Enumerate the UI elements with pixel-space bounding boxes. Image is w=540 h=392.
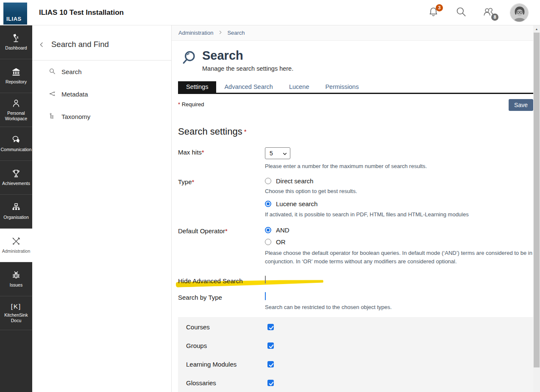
search-by-type-help: Search can be restricted to the chosen o… [265,303,533,312]
search-page-icon [181,50,197,72]
radio-option-lucene-search: Lucene search [265,200,533,208]
learning-modules-checkbox[interactable] [267,361,274,367]
rail-item-label: KitchenSink Docu [3,312,29,323]
object-type-row-glossaries: Glossaries [178,374,533,392]
chat-bubbles-icon [11,135,21,145]
taxonomy-tree-icon [49,113,56,121]
lucene-search-label: Lucene search [276,200,317,207]
rail-item-label: Organisation [3,215,29,220]
rail-item-label: Administration [2,248,31,254]
slate-item-label: Search [61,68,82,75]
field-default-operator: Default Operator* AND OR Please choose t… [178,226,533,270]
search-small-icon [49,68,56,76]
or-label: OR [276,238,286,246]
installation-title: ILIAS 10 Test Installation [39,8,124,17]
main-content: Administration Search Search Manage the … [172,25,540,392]
required-note: * Required [178,101,204,108]
glossaries-checkbox[interactable] [267,380,274,386]
kitchensink-icon: [K] [11,303,21,311]
rail-item-label: Personal Workspace [1,110,31,121]
lucene-search-radio[interactable] [265,201,271,207]
notifications-button[interactable]: 3 [427,7,439,19]
slate-header: Search and Find [32,25,171,49]
rail-item-kitchensink-docu[interactable]: [K] KitchenSink Docu [0,296,32,330]
max-hits-value: 5 [270,150,273,157]
courses-checkbox[interactable] [267,324,274,330]
search-button[interactable] [455,7,467,19]
and-label: AND [276,226,289,234]
breadcrumb-search[interactable]: Search [227,30,245,36]
breadcrumb-administration[interactable]: Administration [178,30,213,36]
tools-icon [11,236,21,246]
breadcrumb-chevron-icon [218,30,223,36]
rail-item-label: Repository [6,79,27,85]
slate-item-label: Metadata [61,91,88,98]
or-radio[interactable] [265,239,271,245]
direct-search-help: Choose this option to get best results. [265,187,533,196]
contacts-button[interactable]: 8 [482,7,494,19]
rail-item-organisation[interactable]: Organisation [0,195,32,229]
metadata-branch-icon [49,90,56,99]
dashboard-lamp-icon [11,33,21,43]
ilias-logo[interactable]: ILIAS [3,3,27,25]
tab-permissions[interactable]: Permissions [317,81,367,93]
scrollbar-thumb[interactable] [534,33,540,367]
form-toolbar: * Required Save [178,99,533,111]
rail-item-personal-workspace[interactable]: Personal Workspace [0,93,32,127]
max-hits-select[interactable]: 5 [265,147,290,159]
slate-item-search[interactable]: Search [32,61,171,83]
slate-item-taxonomy[interactable]: Taxonomy [32,105,171,128]
bank-icon [11,67,21,77]
trophy-icon [11,168,21,179]
rail-item-label: Achievements [2,181,30,186]
tool-slate: Search and Find Search Metadata [32,25,172,392]
and-radio[interactable] [265,227,271,233]
object-type-row-groups: Groups [178,337,533,355]
save-button[interactable]: Save [509,99,533,111]
user-avatar[interactable] [510,3,529,22]
topbar-actions: 3 8 [427,3,540,22]
page-body: Search Manage the search settings here. … [172,49,540,392]
tab-lucene[interactable]: Lucene [281,81,317,93]
rail-item-repository[interactable]: Repository [0,59,32,93]
scrollbar[interactable]: ▲ [533,25,540,392]
page-title: Search [202,49,293,63]
groups-checkbox[interactable] [267,342,274,349]
slate-title: Search and Find [51,40,109,49]
field-type: Type* Direct search Choose this option t… [178,177,533,218]
back-chevron-icon[interactable] [39,41,45,48]
rail-item-issues[interactable]: Issues [0,262,32,296]
courses-label: Courses [186,323,267,331]
lucene-search-help: If activated, it is possible to search i… [265,210,533,219]
rail-item-dashboard[interactable]: Dashboard [0,25,32,59]
contacts-badge: 8 [491,14,498,21]
scrollbar-up-arrow[interactable]: ▲ [533,25,540,33]
rail-item-label: Communication [1,147,32,152]
breadcrumb: Administration Search [172,25,540,41]
default-operator-label: Default Operator* [178,226,265,270]
logo-text: ILIAS [6,16,22,22]
rail-item-achievements[interactable]: Achievements [0,161,32,195]
slate-item-metadata[interactable]: Metadata [32,83,171,105]
type-label: Type* [178,177,265,218]
search-by-type-checkbox[interactable] [265,292,266,300]
direct-search-label: Direct search [276,177,313,185]
field-search-by-type: Search by Type Search can be restricted … [178,293,533,312]
rail-item-communication[interactable]: Communication [0,127,32,161]
tab-settings[interactable]: Settings [178,81,216,93]
tab-bar: Settings Advanced Search Lucene Permissi… [178,81,540,94]
rail-item-administration[interactable]: Administration [0,229,32,262]
hide-advanced-search-checkbox[interactable] [265,276,266,284]
rail-item-label: Dashboard [5,45,27,51]
hide-advanced-search-label: Hide Advanced Search [178,276,265,284]
tab-advanced-search[interactable]: Advanced Search [216,81,281,93]
radio-option-or: OR [265,238,533,246]
learning-modules-label: Learning Modules [186,361,267,368]
object-types-panel: Courses Groups Learning Modules Glossari… [178,317,533,392]
default-operator-help: Please choose the default operator for b… [265,249,533,265]
direct-search-radio[interactable] [265,178,271,184]
page-subtitle: Manage the search settings here. [202,65,293,72]
max-hits-label: Max hits* [178,147,265,171]
section-title: Search settings* [178,126,533,137]
groups-label: Groups [186,342,267,349]
